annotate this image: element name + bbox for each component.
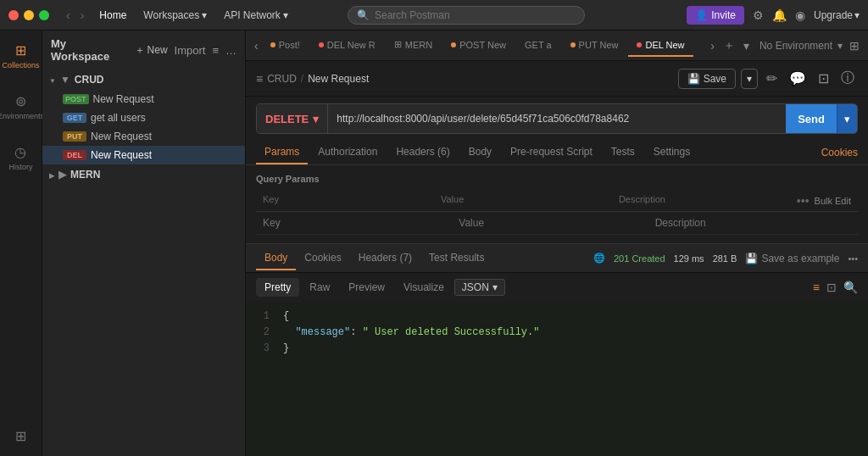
sidebar-item-collections[interactable]: ⊞ Collections: [0, 39, 45, 73]
search-response-button[interactable]: 🔍: [843, 281, 858, 294]
chevron-down-icon: ▾: [837, 40, 843, 52]
method-badge-post: POST: [63, 94, 89, 104]
resp-sub-tab-pretty[interactable]: Pretty: [256, 278, 299, 297]
forward-icon[interactable]: ›: [77, 7, 88, 24]
crud-folder[interactable]: ▼ CRUD: [42, 70, 245, 90]
key-input[interactable]: [263, 217, 452, 229]
tab-authorization[interactable]: Authorization: [309, 141, 386, 164]
tab-mern[interactable]: ⊞ MERN: [386, 34, 441, 57]
tab-post[interactable]: Post!: [262, 35, 309, 57]
prev-tab-button[interactable]: ‹: [253, 37, 260, 54]
comment-icon[interactable]: 💬: [786, 69, 810, 88]
tab-del-new[interactable]: DEL New: [628, 35, 693, 57]
close-button[interactable]: [8, 10, 19, 20]
list-item[interactable]: POST New Request: [42, 90, 245, 108]
copy-response-button[interactable]: ⊡: [826, 281, 837, 294]
resp-sub-tab-raw[interactable]: Raw: [301, 278, 338, 297]
back-icon[interactable]: ‹: [63, 7, 74, 24]
value-input[interactable]: [459, 217, 648, 229]
tab-pre-request-script[interactable]: Pre-request Script: [502, 141, 601, 164]
query-params-title: Query Params: [256, 174, 858, 184]
minimize-button[interactable]: [24, 10, 34, 20]
format-selector[interactable]: JSON ▾: [454, 279, 505, 296]
titlebar-right: 👤 Invite ⚙ 🔔 ◉ Upgrade ▾: [687, 6, 860, 25]
method-select[interactable]: DELETE ▾: [257, 104, 328, 133]
workspaces-button[interactable]: Workspaces ▾: [138, 8, 212, 23]
save-dropdown-button[interactable]: ▾: [741, 69, 758, 89]
info-icon[interactable]: ⓘ: [837, 68, 858, 89]
file-tree: My Workspace ＋ New Import ≡ … ▼ CRUD POS…: [42, 31, 246, 456]
tab-body[interactable]: Body: [460, 141, 500, 164]
resp-tab-test-results[interactable]: Test Results: [420, 247, 492, 270]
save-button[interactable]: 💾 Save: [678, 69, 736, 89]
resp-sub-tab-visualize[interactable]: Visualize: [395, 278, 453, 297]
upgrade-button[interactable]: Upgrade ▾: [814, 9, 860, 21]
filter-icon[interactable]: ≡: [212, 44, 219, 57]
tab-del-new-r[interactable]: DEL New R: [310, 35, 384, 57]
titlebar: ‹ › Home Workspaces ▾ API Network ▾ 🔍 👤 …: [0, 0, 868, 31]
api-network-button[interactable]: API Network ▾: [219, 8, 293, 23]
tab-get-a[interactable]: GET a: [516, 35, 560, 57]
method-badge-get: GET: [63, 113, 86, 123]
resp-sub-tab-preview[interactable]: Preview: [340, 278, 393, 297]
next-tab-button[interactable]: ›: [709, 37, 716, 54]
response-size: 281 B: [713, 253, 737, 264]
search-input[interactable]: [375, 9, 476, 21]
tab-params[interactable]: Params: [256, 141, 308, 164]
folder-icon: ▼: [60, 74, 70, 86]
tab-put-new[interactable]: PUT New: [562, 35, 627, 57]
more-options-icon[interactable]: …: [225, 44, 236, 57]
env-selector[interactable]: No Environment ▾: [760, 40, 843, 52]
invite-button[interactable]: 👤 Invite: [687, 6, 744, 25]
sidebar-item-apps[interactable]: ⊞: [10, 425, 31, 448]
search-bar[interactable]: 🔍: [348, 6, 585, 25]
profile-icon[interactable]: ◉: [795, 8, 805, 22]
cookies-link[interactable]: Cookies: [821, 147, 858, 158]
nav-arrows[interactable]: ‹ ›: [63, 7, 87, 24]
new-collection-button[interactable]: ＋ New: [135, 43, 168, 58]
env-manage-button[interactable]: ⊞: [848, 37, 861, 54]
tab-headers[interactable]: Headers (6): [387, 141, 458, 164]
import-button[interactable]: Import: [175, 44, 206, 57]
response-tabs-row: Body Cookies Headers (7) Test Results 🌐 …: [246, 244, 868, 273]
search-icon: 🔍: [357, 9, 370, 21]
copy-icon[interactable]: ⊡: [815, 69, 832, 88]
sidebar-item-history[interactable]: ◷ History: [3, 141, 37, 175]
tab-more-button[interactable]: ▾: [742, 37, 751, 54]
tab-tests[interactable]: Tests: [603, 141, 643, 164]
send-button[interactable]: Send: [786, 104, 837, 133]
tab-post-new[interactable]: POST New: [442, 35, 515, 57]
list-item[interactable]: PUT New Request: [42, 127, 245, 146]
maximize-button[interactable]: [39, 10, 49, 20]
settings-icon[interactable]: ⚙: [753, 8, 764, 22]
code-viewer: 1 { 2 "message": " User deleted Successf…: [246, 302, 868, 456]
list-item[interactable]: GET get all users: [42, 108, 245, 127]
edit-icon[interactable]: ✏: [763, 69, 781, 88]
bulk-edit-button[interactable]: Bulk Edit: [815, 196, 851, 206]
mern-folder[interactable]: ▶ MERN: [42, 164, 245, 185]
dot-icon: [270, 42, 275, 47]
apps-icon: ⊞: [15, 428, 26, 444]
folder-icon: ▶: [58, 169, 66, 181]
request-tabs: Params Authorization Headers (6) Body Pr…: [246, 141, 868, 165]
query-params-section: Query Params Key Value Description ••• B…: [246, 165, 868, 243]
description-input[interactable]: [655, 217, 844, 229]
method-badge-put: PUT: [63, 131, 86, 142]
send-dropdown-button[interactable]: ▾: [837, 104, 857, 133]
sort-icon[interactable]: ≡: [813, 281, 820, 294]
new-tab-button[interactable]: ＋: [721, 36, 737, 55]
dot-icon: [451, 42, 456, 47]
url-input[interactable]: [328, 104, 786, 133]
home-button[interactable]: Home: [94, 8, 131, 23]
resp-tab-cookies[interactable]: Cookies: [296, 247, 349, 270]
save-as-example-button[interactable]: 💾 Save as example: [745, 253, 839, 264]
resp-tab-headers[interactable]: Headers (7): [350, 247, 420, 270]
list-item[interactable]: DEL New Request: [42, 146, 245, 164]
collection-icon: ≡: [256, 72, 263, 86]
tab-settings[interactable]: Settings: [645, 141, 698, 164]
plus-icon: ＋: [135, 43, 145, 58]
notification-icon[interactable]: 🔔: [772, 8, 787, 22]
request-header-actions: 💾 Save ▾ ✏ 💬 ⊡ ⓘ: [678, 68, 858, 89]
response-more-icon[interactable]: •••: [848, 253, 858, 264]
resp-tab-body[interactable]: Body: [256, 247, 296, 270]
